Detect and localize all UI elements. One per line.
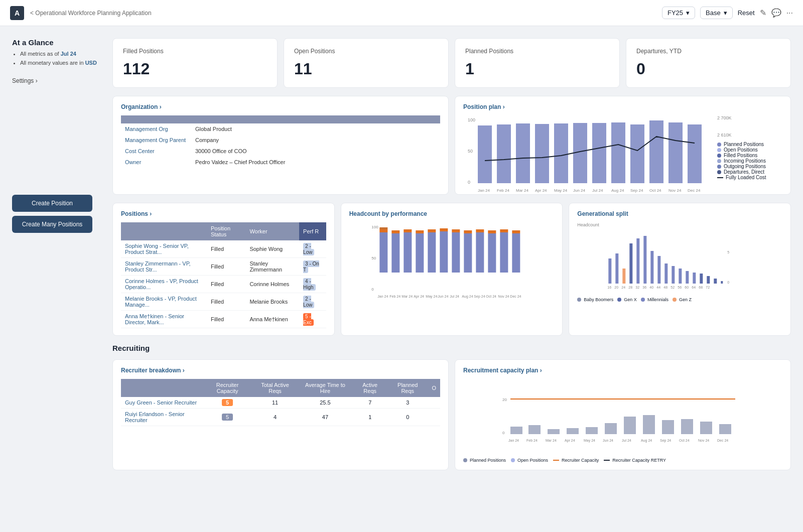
at-a-glance: At a Glance All metrics as of Jul 24 All…: [12, 38, 102, 67]
svg-text:Apr 24: Apr 24: [565, 439, 575, 443]
position-row-1: Sophie Wong - Senior VP, Product Strat..…: [121, 240, 326, 258]
filled-positions-value: 112: [123, 60, 267, 78]
svg-text:48: 48: [664, 286, 668, 289]
svg-rect-111: [643, 415, 655, 434]
svg-text:Jun 24: Jun 24: [573, 188, 586, 193]
svg-text:Feb 24: Feb 24: [389, 295, 400, 298]
svg-rect-36: [404, 229, 412, 232]
bullet-currency: All monetary values are in USD: [20, 59, 102, 68]
svg-rect-4: [497, 124, 511, 183]
base-dropdown[interactable]: Base ▾: [700, 7, 733, 19]
open-positions-label: Open Positions: [294, 48, 438, 55]
svg-text:60: 60: [685, 286, 689, 289]
svg-text:Feb 24: Feb 24: [526, 439, 538, 442]
create-many-positions-button[interactable]: Create Many Positions: [12, 216, 92, 233]
svg-rect-105: [528, 425, 541, 434]
svg-rect-41: [440, 231, 448, 273]
legend-cost: Fully Loaded Cost: [717, 175, 782, 180]
more-icon[interactable]: ···: [786, 9, 793, 18]
svg-text:Mar 24: Mar 24: [516, 188, 528, 193]
org-row-mgmt-parent: Management Org Parent Company: [121, 135, 440, 146]
svg-text:20: 20: [502, 397, 507, 402]
svg-text:50: 50: [371, 256, 376, 260]
recruiter-row-1: Guy Green - Senior Recruiter 5 11 25.5 7…: [121, 397, 440, 409]
planned-positions-card: Planned Positions 1: [455, 38, 620, 88]
comment-icon[interactable]: 💬: [771, 8, 781, 18]
recruiter-row-2: Ruiyi Erlandson - Senior Recruiter 5 4 4…: [121, 409, 440, 426]
recruiting-title: Recruiting: [112, 344, 791, 352]
planned-positions-label: Planned Positions: [465, 48, 609, 55]
recruiter-breakdown-title[interactable]: Recruiter breakdown ›: [121, 367, 440, 374]
svg-text:52: 52: [671, 286, 675, 289]
svg-text:Dec 24: Dec 24: [688, 188, 701, 193]
positions-panel-title[interactable]: Positions ›: [121, 210, 326, 217]
org-row-mgmt-org: Management Org Global Product: [121, 123, 440, 135]
svg-rect-54: [512, 230, 520, 233]
svg-text:Apr 24: Apr 24: [535, 188, 547, 193]
legend-filled: Filled Positions: [717, 153, 782, 158]
org-table-header: [121, 115, 440, 123]
svg-rect-31: [379, 229, 387, 232]
create-position-button[interactable]: Create Position: [12, 195, 92, 212]
svg-text:Mar 24: Mar 24: [401, 295, 413, 298]
fy-dropdown[interactable]: FY25 ▾: [662, 7, 695, 19]
svg-rect-77: [679, 269, 682, 284]
filled-positions-label: Filled Positions: [123, 48, 267, 55]
position-plan-svg: 100 50 0: [463, 115, 713, 186]
metric-cards: Filled Positions 112 Open Positions 11 P…: [112, 38, 791, 88]
svg-rect-13: [668, 122, 683, 183]
svg-text:Dec 24: Dec 24: [510, 295, 521, 298]
positions-table-header: Position Status Worker Perf R: [121, 222, 326, 240]
svg-rect-51: [500, 232, 508, 273]
svg-rect-114: [700, 422, 712, 434]
svg-text:Aug 24: Aug 24: [611, 188, 624, 193]
svg-text:Nov 24: Nov 24: [698, 439, 709, 442]
svg-text:May 24: May 24: [554, 188, 568, 193]
svg-text:Jul 24: Jul 24: [592, 188, 603, 193]
svg-text:Feb 24: Feb 24: [497, 188, 509, 193]
org-row-cost-center: Cost Center 30000 Office of COO: [121, 146, 440, 157]
edit-icon[interactable]: ✎: [760, 8, 766, 18]
back-link[interactable]: < Operational Workforce Planning Applica…: [30, 10, 152, 17]
capacity-plan-title[interactable]: Recruitment capacity plan ›: [463, 367, 782, 374]
svg-text:40: 40: [650, 286, 654, 289]
departures-label: Departures, YTD: [636, 48, 780, 55]
svg-text:100: 100: [371, 225, 378, 229]
svg-rect-79: [693, 273, 696, 284]
position-plan-legend: 2 700K 2 610K Planned Positions Open Pos…: [717, 115, 782, 187]
svg-text:5: 5: [728, 250, 730, 254]
at-a-glance-bullets: All metrics as of Jul 24 All monetary va…: [12, 50, 102, 67]
legend-departures: Departures, Direct: [717, 169, 782, 175]
position-plan-content: 100 50 0: [463, 115, 782, 187]
reset-button[interactable]: Reset: [738, 9, 755, 17]
recruiter-table-header: Recruiter Capacity Total Active Reqs Ave…: [121, 379, 440, 397]
svg-text:44: 44: [657, 286, 661, 289]
svg-rect-7: [554, 123, 568, 183]
svg-rect-33: [391, 233, 399, 273]
svg-text:36: 36: [643, 286, 647, 289]
open-positions-card: Open Positions 11: [284, 38, 449, 88]
svg-text:50: 50: [468, 149, 473, 154]
svg-text:20: 20: [615, 286, 619, 289]
svg-text:Nov 24: Nov 24: [668, 188, 682, 193]
svg-text:0: 0: [371, 287, 374, 292]
svg-text:Jul 24: Jul 24: [622, 439, 631, 442]
org-panel-title[interactable]: Organization ›: [121, 103, 440, 110]
svg-rect-104: [510, 427, 522, 434]
legend-open: Open Positions: [717, 147, 782, 153]
svg-text:Sep 24: Sep 24: [660, 439, 671, 443]
svg-rect-42: [440, 228, 448, 231]
position-plan-title[interactable]: Position plan ›: [463, 103, 782, 110]
filled-positions-card: Filled Positions 112: [112, 38, 278, 88]
main-content: At a Glance All metrics as of Jul 24 All…: [0, 26, 803, 490]
svg-rect-40: [428, 229, 436, 232]
recruiting-section: Recruiting Recruiter breakdown › Recruit…: [112, 344, 791, 470]
legend-planned: Planned Positions: [717, 142, 782, 147]
svg-rect-43: [452, 232, 460, 273]
bullet-date: All metrics as of Jul 24: [20, 50, 102, 59]
svg-text:Oct 24: Oct 24: [486, 295, 496, 298]
svg-rect-35: [404, 232, 412, 273]
svg-text:Jun 24: Jun 24: [603, 439, 613, 442]
settings-link[interactable]: Settings ›: [12, 77, 102, 84]
svg-text:64: 64: [692, 286, 696, 289]
